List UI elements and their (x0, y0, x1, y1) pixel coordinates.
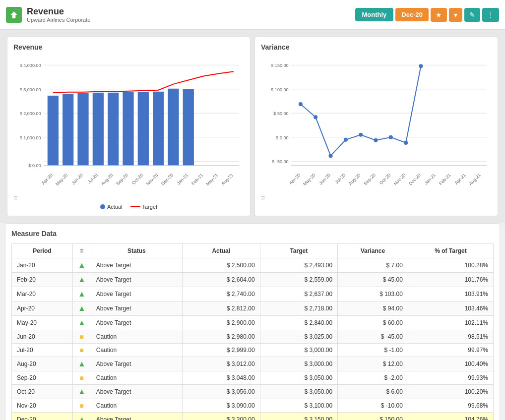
svg-rect-16 (123, 92, 133, 166)
measure-data-title: Measure Data (11, 230, 494, 238)
cell-status-icon: ■ (72, 399, 91, 412)
table-row: Aug-20 ▲ Above Target $ 3,012.00 $ 3,000… (12, 357, 494, 371)
svg-text:$ 4,000.00: $ 4,000.00 (20, 63, 41, 68)
edit-button[interactable]: ✎ (464, 8, 480, 22)
svg-rect-11 (48, 96, 59, 166)
cell-period: Mar-20 (12, 287, 73, 301)
svg-point-45 (299, 102, 303, 106)
cell-status-icon: ▲ (72, 357, 91, 371)
svg-text:Oct-20: Oct-20 (379, 173, 391, 185)
svg-text:Nov-20: Nov-20 (393, 173, 407, 186)
svg-text:Jan-21: Jan-21 (176, 173, 189, 186)
table-row: Dec-20 ▲ Above Target $ 3,300.00 $ 3,150… (12, 412, 494, 420)
cell-status-icon: ▲ (72, 412, 91, 420)
cell-status-icon: ■ (72, 371, 91, 384)
cell-actual: $ 2,740.00 (183, 287, 260, 301)
variance-chart-card: Variance $ 150.00 $ 100.00 $ 50.00 $ 0.0… (254, 37, 498, 216)
cell-target: $ 3,000.00 (260, 343, 338, 357)
monthly-button[interactable]: Monthly (355, 8, 394, 21)
svg-text:$ 100.00: $ 100.00 (271, 87, 288, 92)
cell-actual: $ 2,604.00 (183, 272, 260, 287)
cell-actual: $ 3,048.00 (183, 371, 260, 384)
cell-variance: $ 6.00 (338, 384, 408, 399)
header-right: Monthly Dec-20 ★ ▾ ✎ ⋮ (355, 8, 499, 22)
cell-period: Sep-20 (12, 371, 73, 384)
cell-target: $ 2,718.00 (260, 301, 338, 315)
cell-actual: $ 2,812.00 (183, 301, 260, 315)
cell-variance: $ 103.00 (338, 287, 408, 301)
cell-pct: 104.76% (408, 412, 493, 420)
cell-actual: $ 2,999.00 (183, 343, 260, 357)
svg-text:Aug-21: Aug-21 (220, 173, 234, 186)
svg-text:Jul-20: Jul-20 (87, 173, 99, 185)
table-row: Nov-20 ■ Caution $ 3,090.00 $ 3,100.00 $… (12, 399, 494, 412)
cell-pct: 100.28% (408, 258, 493, 272)
svg-text:$ -50.00: $ -50.00 (272, 159, 288, 164)
col-target: Target (260, 243, 338, 258)
period-button[interactable]: Dec-20 (395, 8, 429, 21)
status-caution-icon: ■ (80, 333, 84, 341)
svg-text:Dec-20: Dec-20 (408, 173, 422, 186)
header: Revenue Upward Airlines Corporate Monthl… (0, 0, 505, 30)
more-button[interactable]: ⋮ (482, 8, 499, 22)
cell-target: $ 2,840.00 (260, 315, 338, 330)
table-row: Jan-20 ▲ Above Target $ 2,500.00 $ 2,493… (12, 258, 494, 272)
cell-variance: $ -45.00 (338, 330, 408, 343)
cell-actual: $ 3,012.00 (183, 357, 260, 371)
measure-data-table: Period ≡ Status Actual Target Variance %… (11, 243, 494, 420)
svg-text:Aug-20: Aug-20 (348, 173, 362, 186)
col-filter[interactable]: ≡ (72, 243, 91, 258)
table-row: Apr-20 ▲ Above Target $ 2,812.00 $ 2,718… (12, 301, 494, 315)
revenue-chart-menu[interactable]: ≡ (13, 194, 244, 202)
cell-period: Jul-20 (12, 343, 73, 357)
cell-status: Above Target (91, 357, 182, 371)
status-up-icon: ▲ (78, 304, 86, 312)
table-row: Jul-20 ■ Caution $ 2,999.00 $ 3,000.00 $… (12, 343, 494, 357)
cell-variance: $ 7.00 (338, 258, 408, 272)
col-period: Period (12, 243, 73, 258)
cell-target: $ 2,559.00 (260, 272, 338, 287)
table-row: Mar-20 ▲ Above Target $ 2,740.00 $ 2,637… (12, 287, 494, 301)
revenue-icon (6, 7, 22, 23)
svg-text:Feb-21: Feb-21 (190, 173, 204, 186)
svg-text:Apr-20: Apr-20 (288, 173, 301, 185)
col-variance: Variance (338, 243, 408, 258)
svg-rect-13 (77, 93, 88, 166)
svg-text:Dec-20: Dec-20 (160, 173, 174, 186)
col-status: Status (91, 243, 182, 258)
cell-variance: $ -10.00 (338, 399, 408, 412)
table-row: May-20 ▲ Above Target $ 2,900.00 $ 2,840… (12, 315, 494, 330)
page-subtitle: Upward Airlines Corporate (27, 17, 90, 23)
svg-text:May-20: May-20 (55, 173, 68, 186)
variance-chart-svg: $ 150.00 $ 100.00 $ 50.00 $ 0.00 $ -50.0… (261, 55, 492, 190)
page-title: Revenue (27, 6, 90, 17)
svg-text:Jan-21: Jan-21 (423, 173, 437, 186)
svg-point-47 (328, 154, 332, 158)
cell-target: $ 3,025.00 (260, 330, 338, 343)
variance-chart-menu[interactable]: ≡ (261, 194, 492, 202)
revenue-chart-svg: $ 4,000.00 $ 3,000.00 $ 2,000.00 $ 1,000… (13, 55, 244, 190)
cell-pct: 99.97% (408, 343, 493, 357)
status-caution-icon: ■ (80, 346, 84, 354)
svg-point-48 (344, 138, 348, 142)
svg-rect-15 (108, 93, 119, 166)
cell-pct: 103.91% (408, 287, 493, 301)
status-up-icon: ▲ (78, 318, 86, 327)
cell-status: Above Target (91, 258, 182, 272)
cell-actual: $ 2,500.00 (183, 258, 260, 272)
cell-pct: 99.68% (408, 399, 493, 412)
cell-period: Oct-20 (12, 384, 73, 399)
svg-text:Jul-20: Jul-20 (334, 173, 347, 185)
cell-pct: 100.20% (408, 384, 493, 399)
cell-status-icon: ■ (72, 343, 91, 357)
cell-period: May-20 (12, 315, 73, 330)
header-title: Revenue Upward Airlines Corporate (27, 6, 90, 23)
svg-text:$ 50.00: $ 50.00 (273, 111, 288, 116)
star-button[interactable]: ★ (431, 8, 447, 22)
svg-text:May-21: May-21 (205, 173, 219, 186)
svg-text:$ 0.00: $ 0.00 (28, 163, 41, 168)
dropdown-button[interactable]: ▾ (449, 8, 462, 22)
cell-status: Above Target (91, 315, 182, 330)
svg-text:$ 0.00: $ 0.00 (276, 135, 288, 140)
svg-text:Nov-20: Nov-20 (145, 173, 159, 186)
